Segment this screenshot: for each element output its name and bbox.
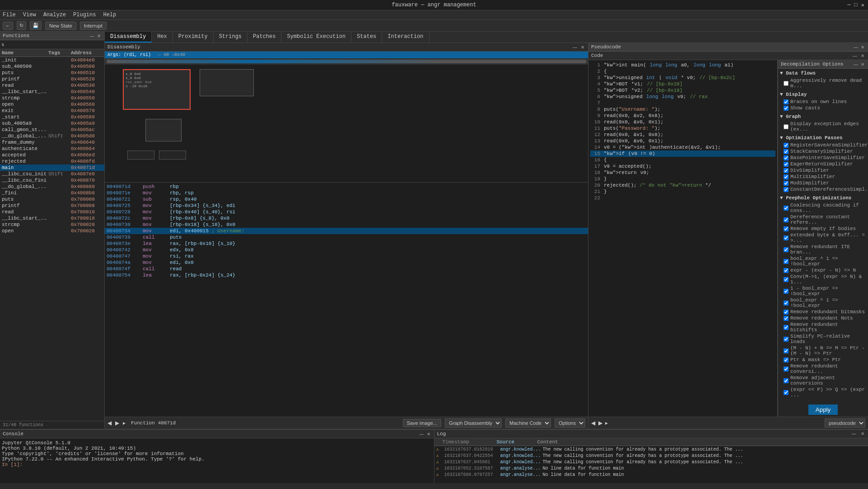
pseudo-nav-jump[interactable]: ▸ [605,420,608,426]
opt-checkbox-peephole-6[interactable] [784,268,789,273]
functions-sort-icon[interactable]: ⇅ [1,42,5,47]
opt-item-optimization_passes-2[interactable]: BasePointerSaveSimplifier [780,155,866,161]
code-line-2[interactable]: 2 { [590,68,775,75]
opt-item-peephole-14[interactable]: (M - N) + N => M => Ptr - (M - N) => Ptr [780,345,866,357]
opt-item-optimization_passes-0[interactable]: RegisterSaveAreaSimplifier [780,142,866,148]
log-row-3[interactable]: ⚠ 1632187652.3107567 angr.analyse... No … [434,465,868,471]
functions-panel-close[interactable]: ✕ [96,33,102,38]
opt-item-data_flows-0[interactable]: Aggressively remove dead m... [780,77,866,89]
func-row-18[interactable]: __libc_csu_init Shift 0x4007e0 [0,171,104,177]
minimize-btn[interactable]: ─ [847,2,850,9]
opt-item-peephole-11[interactable]: Remove redundant Nots [780,315,866,321]
opt-section-title-optimization_passes[interactable]: ▼ Optimization Passes [780,135,866,141]
opt-item-optimization_passes-7[interactable]: ConstantDereferencesSimpl... [780,186,866,193]
code-line-6[interactable]: 6 "kw">unsigned long long v9; // rax [590,94,775,100]
opt-item-peephole-17[interactable]: Remove adjacent conversions [780,375,866,386]
pseudo-close[interactable]: ✕ [860,45,865,50]
func-row-23[interactable]: printf 0x700008 [0,202,104,209]
opt-item-display-1[interactable]: Show casts [780,105,866,111]
log-close[interactable]: ✕ [860,431,865,436]
opt-checkbox-peephole-3[interactable] [784,235,789,240]
asm-row-2[interactable]: 00400721 sub rsp, 0x40 [105,196,588,202]
menu-plugins[interactable]: Plugins [73,12,96,18]
code-line-1[interactable]: 1 "kw">int main(long long a0, long long … [590,62,775,68]
code-line-17[interactable]: 17 v9 = accepted(); [590,163,775,169]
pseudo-code-view[interactable]: 1 "kw">int main(long long a0, long long … [588,60,777,417]
options-select[interactable]: Options [555,418,585,428]
opt-item-peephole-7[interactable]: Conv(M->1, (expr >> N) & 1... [780,273,866,285]
tab-hex[interactable]: Hex [152,32,173,42]
code-line-22[interactable]: 22 [590,195,775,201]
asm-row-3[interactable]: 00400725 mov [rbp-0x34] {s_34}, edi [105,202,588,209]
log-row-2[interactable]: ⚠ 1632187637.045981 angr.knowled... The … [434,459,868,465]
console-minimize[interactable]: — [419,431,425,437]
opt-checkbox-peephole-11[interactable] [784,316,789,321]
func-row-7[interactable]: open 0x400560 [0,101,104,108]
opt-item-optimization_passes-6[interactable]: ModSimplifier [780,180,866,186]
func-row-20[interactable]: __do_global_... 0x400880 [0,183,104,190]
opt-section-title-data_flows[interactable]: ▼ Data flows [780,71,866,76]
code-line-20[interactable]: 20 rejected(); /* do not "kw">return */ [590,182,775,188]
asm-row-10[interactable]: 00400742 mov edx, 0x8 [105,247,588,253]
code-minimize[interactable]: — [852,53,858,58]
func-row-1[interactable]: sub_400500 0x400500 [0,63,104,70]
opt-item-peephole-12[interactable]: Remove redundant bitshifts [780,321,866,333]
opt-item-peephole-10[interactable]: Remove redundant bitmasks [780,309,866,315]
tab-patches[interactable]: Patches [247,32,281,42]
functions-panel-minimize[interactable]: — [89,33,95,38]
code-line-18[interactable]: 18 "kw">return v9; [590,169,775,176]
func-row-27[interactable]: open 0x700028 [0,228,104,234]
opt-item-peephole-6[interactable]: expr - (expr - N) => N [780,267,866,273]
tab-disassembly[interactable]: Disassembly [105,32,152,42]
asm-row-14[interactable]: 00400754 lea rax, [rbp-0x24] {s_24} [105,272,588,278]
func-row-21[interactable]: _fini 0x4008b8 [0,190,104,196]
code-line-3[interactable]: 3 "kw">unsigned int|void * v0; // [bp-0x… [590,75,775,81]
func-row-22[interactable]: puts 0x700000 [0,196,104,202]
opt-item-peephole-4[interactable]: Remove redundant ITE bran... [780,244,866,255]
code-line-12[interactable]: 12 read(0x0, &v1, 0x8); [590,132,775,138]
opt-section-title-graph[interactable]: ▼ Graph [780,114,866,119]
func-row-25[interactable]: __libc_start_... 0x700018 [0,215,104,221]
decompile-close[interactable]: ✕ [860,62,865,67]
code-line-7[interactable]: 7 [590,100,775,106]
asm-row-13[interactable]: 0040074f call read [105,266,588,272]
func-row-16[interactable]: rejected 0x4006fd [0,158,104,165]
code-line-21[interactable]: 21 } [590,188,775,195]
menu-view[interactable]: View [23,12,36,18]
asm-row-1[interactable]: 0040071e mov rbp, rsp [105,190,588,196]
opt-checkbox-peephole-12[interactable] [784,325,789,330]
opt-checkbox-peephole-0[interactable] [784,206,789,211]
func-row-15[interactable]: accepted 0x4006ed [0,152,104,158]
func-row-17[interactable]: main 0x40071d [0,165,104,171]
graph-node-tiny2[interactable] [159,150,186,160]
opt-checkbox-display-1[interactable] [784,106,789,111]
log-row-0[interactable]: ⚠ 1632187637.0162919 angr.knowled... The… [434,446,868,452]
opt-checkbox-peephole-8[interactable] [784,289,789,294]
opt-checkbox-peephole-17[interactable] [784,378,789,383]
opt-item-peephole-13[interactable]: Simplify PC-relative loads [780,333,866,345]
asm-row-6[interactable]: 00400730 mov [rbp-0x18] {s_18}, 0x0 [105,221,588,228]
toolbar-icon-back[interactable]: ← [3,22,13,30]
tab-states[interactable]: States [351,32,382,42]
opt-item-peephole-8[interactable]: 1 - bool_expr => !bool_expr [780,285,866,297]
new-state-button[interactable]: New State [45,22,76,30]
opt-checkbox-peephole-10[interactable] [784,310,789,315]
opt-section-title-peephole[interactable]: ▼ Peephole Optimizations [780,195,866,201]
opt-item-display-0[interactable]: Braces on own lines [780,99,866,105]
opt-checkbox-peephole-13[interactable] [784,337,789,342]
opt-checkbox-display-0[interactable] [784,99,789,104]
nav-back[interactable]: ◀ [107,420,112,426]
opt-checkbox-peephole-4[interactable] [784,247,789,252]
code-line-5[interactable]: 5 "kw">BOT *v2; // [bp-0x18] [590,87,775,94]
console-close[interactable]: ✕ [426,431,431,437]
opt-checkbox-peephole-15[interactable] [784,357,789,362]
code-line-8[interactable]: 8 puts("Username: "); [590,106,775,113]
code-line-10[interactable]: 10 read(0x0, &v0, 0x1); [590,119,775,125]
func-row-13[interactable]: frame_dummy 0x400640 [0,139,104,146]
code-line-15[interactable]: 15 "kw">if (v0 != 0) [590,150,775,157]
tab-interaction[interactable]: Interaction [382,32,429,42]
opt-item-graph-0[interactable]: Display exception edges (ex... [780,121,866,132]
func-row-5[interactable]: __libc_start_... 0x400540 [0,89,104,95]
tab-symbolic-execution[interactable]: Symbolic Execution [281,32,351,42]
log-minimize[interactable]: — [850,431,857,436]
